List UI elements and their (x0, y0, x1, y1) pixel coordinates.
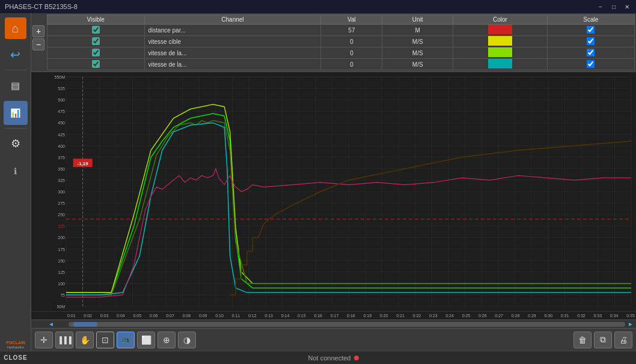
titlebar: PHASES-CT B52135S-8 − □ ✕ (0, 0, 636, 13)
channel-unit-0: M (382, 25, 453, 36)
channel-visible-1[interactable] (47, 36, 145, 47)
x-label: 0:03 (100, 314, 109, 318)
print-button[interactable]: 🖨 (614, 332, 632, 348)
timeline-track[interactable] (69, 322, 625, 327)
channel-scale-3[interactable] (547, 59, 634, 70)
x-label: 0:24 (445, 314, 454, 318)
add-channel-button[interactable]: + (32, 25, 44, 37)
remove-channel-button[interactable]: − (32, 38, 44, 50)
x-label: 0:30 (544, 314, 552, 318)
channel-scale-0[interactable] (547, 25, 634, 36)
x-axis-bar: 0:010:020:030:040:050:060:070:080:090:10… (31, 311, 636, 320)
channel-color-2 (453, 47, 548, 59)
cursor-tool-button[interactable]: ✛ (35, 332, 53, 348)
col-color: Color (453, 15, 548, 25)
table-row: vitesse cible 0 M/S (47, 36, 635, 47)
channel-unit-3: M/S (382, 59, 453, 70)
x-label: 0:15 (298, 314, 306, 318)
timeline-scrollbar[interactable]: ◄ ► (31, 320, 636, 328)
sidebar-home-button[interactable]: ⌂ (5, 17, 26, 39)
x-label: 0:31 (561, 314, 569, 318)
x-label: 0:32 (577, 314, 586, 318)
x-label: 0:18 (347, 314, 355, 318)
minimize-button[interactable]: − (596, 2, 605, 11)
x-label: 0:20 (380, 314, 388, 318)
channel-name-0: distance par... (144, 25, 321, 36)
col-channel: Channel (144, 15, 321, 25)
col-val: Val (321, 15, 382, 25)
status-text: Not connected (308, 354, 351, 362)
x-label: 0:28 (512, 314, 520, 318)
channel-color-1 (453, 36, 548, 47)
x-label: 0:08 (183, 314, 191, 318)
x-label: 0:01 (67, 314, 76, 318)
channel-name-2: vitesse de la... (144, 47, 321, 59)
close-button-area[interactable]: CLOSE (0, 351, 31, 364)
channel-table: Visible Channel Val Unit Color Scale (47, 14, 635, 70)
channel-val-2: 0 (321, 47, 382, 59)
sidebar: ⌂ ↩ ▤ 📊 ⚙ ℹ POCLAIN Hydraulics (0, 13, 31, 364)
sidebar-info-button[interactable]: ℹ (4, 159, 28, 183)
table-row: distance par... 57 M (47, 25, 635, 36)
channel-name-1: vitesse cible (144, 36, 321, 47)
x-label: 0:26 (479, 314, 487, 318)
col-scale: Scale (547, 15, 634, 25)
channel-unit-1: M/S (382, 36, 453, 47)
status-bar: Not connected (31, 351, 636, 364)
x-label: 0:22 (413, 314, 421, 318)
channel-name-3: vitesse de la... (144, 59, 321, 70)
live-tool-button[interactable]: 📺 (117, 332, 135, 348)
col-visible: Visible (47, 15, 145, 25)
pan-tool-button[interactable]: ✋ (76, 332, 94, 348)
titlebar-controls[interactable]: − □ ✕ (596, 2, 631, 11)
select-tool-button[interactable]: ⊡ (96, 332, 114, 348)
contrast-tool-button[interactable]: ◑ (178, 332, 196, 348)
content-area: + − Visible Channel Val Unit Co (31, 13, 636, 364)
channel-visible-0[interactable] (47, 25, 145, 36)
x-label: 0:06 (150, 314, 158, 318)
sidebar-panel1-button[interactable]: ▤ (4, 73, 28, 97)
timeline-thumb[interactable] (73, 322, 97, 327)
col-unit: Unit (382, 15, 453, 25)
copy-button[interactable]: ⧉ (594, 332, 612, 348)
poclain-text: POCLAIN Hydraulics (6, 341, 25, 349)
barchart-tool-button[interactable]: ▐▐▐ (55, 332, 73, 348)
sidebar-back-button[interactable]: ↩ (4, 43, 28, 67)
poclain-logo: POCLAIN Hydraulics (2, 339, 29, 351)
zoom-tool-button[interactable]: ⬜ (137, 332, 155, 348)
channel-color-3 (453, 59, 548, 70)
x-label: 0:19 (363, 314, 372, 318)
close-button[interactable]: ✕ (623, 2, 631, 11)
x-label: 0:02 (84, 314, 92, 318)
channel-visible-3[interactable] (47, 59, 145, 70)
x-label: 0:25 (462, 314, 471, 318)
x-label: 0:35 (626, 314, 635, 318)
channel-visible-2[interactable] (47, 47, 145, 59)
status-indicator (354, 356, 359, 360)
x-label: 0:33 (594, 314, 602, 318)
sidebar-chart-button[interactable]: 📊 (4, 101, 28, 125)
x-label: 0:13 (264, 314, 273, 318)
trash-button[interactable]: 🗑 (573, 332, 592, 348)
x-label: 0:12 (248, 314, 257, 318)
x-label: 0:23 (429, 314, 438, 318)
maximize-button[interactable]: □ (610, 2, 618, 11)
x-axis-labels: 0:010:020:030:040:050:060:070:080:090:10… (66, 314, 636, 318)
magnet-tool-button[interactable]: ⊕ (157, 332, 176, 348)
close-label[interactable]: CLOSE (4, 354, 27, 361)
right-tools: 🗑 ⧉ 🖨 (573, 332, 632, 348)
channel-unit-2: M/S (382, 47, 453, 59)
chart-area[interactable] (31, 72, 636, 311)
x-label: 0:05 (133, 314, 141, 318)
x-label: 0:09 (199, 314, 207, 318)
channel-scale-1[interactable] (547, 36, 634, 47)
channel-val-0: 57 (321, 25, 382, 36)
channel-val-3: 0 (321, 59, 382, 70)
channel-table-area: + − Visible Channel Val Unit Co (31, 13, 636, 72)
x-label: 0:17 (331, 314, 339, 318)
channel-color-0 (453, 25, 548, 36)
sidebar-settings-button[interactable]: ⚙ (4, 132, 28, 156)
channel-scale-2[interactable] (547, 47, 634, 59)
x-label: 0:11 (232, 314, 240, 318)
x-label: 0:04 (117, 314, 125, 318)
